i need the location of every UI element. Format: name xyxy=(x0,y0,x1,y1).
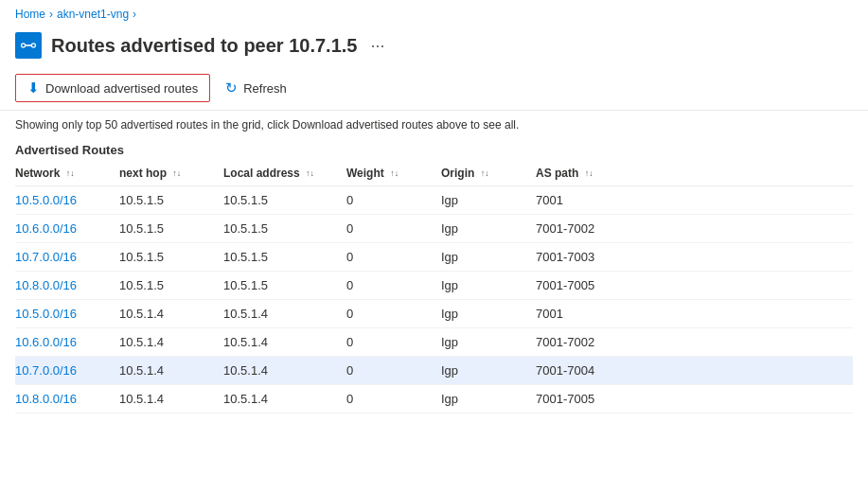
routes-table-container: Network ↑↓ next hop ↑↓ Local address ↑↓ … xyxy=(0,161,868,414)
breadcrumb-sep2: › xyxy=(133,8,136,21)
cell-weight: 0 xyxy=(346,272,441,300)
table-row[interactable]: 10.8.0.0/16 10.5.1.5 10.5.1.5 0 Igp 7001… xyxy=(15,272,853,300)
cell-aspath: 7001-7003 xyxy=(536,243,853,272)
table-header: Network ↑↓ next hop ↑↓ Local address ↑↓ … xyxy=(15,161,853,186)
svg-point-3 xyxy=(22,44,25,47)
cell-nexthop: 10.5.1.4 xyxy=(119,328,223,357)
col-header-network[interactable]: Network ↑↓ xyxy=(15,161,119,186)
sort-network-icon: ↑↓ xyxy=(66,169,75,178)
cell-network: 10.5.0.0/16 xyxy=(15,186,119,215)
cell-network: 10.7.0.0/16 xyxy=(15,357,119,385)
cell-weight: 0 xyxy=(346,328,441,357)
cell-nexthop: 10.5.1.5 xyxy=(119,243,223,272)
cell-nexthop: 10.5.1.5 xyxy=(119,186,223,215)
cell-localaddr: 10.5.1.5 xyxy=(223,272,346,300)
cell-origin: Igp xyxy=(441,385,536,414)
breadcrumb-home[interactable]: Home xyxy=(15,8,45,21)
cell-weight: 0 xyxy=(346,215,441,243)
cell-aspath: 7001-7002 xyxy=(536,328,853,357)
cell-nexthop: 10.5.1.4 xyxy=(119,300,223,328)
table-body: 10.5.0.0/16 10.5.1.5 10.5.1.5 0 Igp 7001… xyxy=(15,186,853,414)
cell-localaddr: 10.5.1.4 xyxy=(223,328,346,357)
page-header: Routes advertised to peer 10.7.1.5 ··· xyxy=(0,28,868,70)
table-row[interactable]: 10.7.0.0/16 10.5.1.5 10.5.1.5 0 Igp 7001… xyxy=(15,243,853,272)
table-row[interactable]: 10.5.0.0/16 10.5.1.4 10.5.1.4 0 Igp 7001 xyxy=(15,300,853,328)
download-icon: ⬇ xyxy=(27,79,40,97)
cell-aspath: 7001-7005 xyxy=(536,385,853,414)
col-header-nexthop[interactable]: next hop ↑↓ xyxy=(119,161,223,186)
cell-origin: Igp xyxy=(441,243,536,272)
download-button-label: Download advertised routes xyxy=(45,81,198,96)
col-header-localaddr[interactable]: Local address ↑↓ xyxy=(223,161,346,186)
cell-localaddr: 10.5.1.5 xyxy=(223,215,346,243)
cell-localaddr: 10.5.1.4 xyxy=(223,357,346,385)
table-row[interactable]: 10.8.0.0/16 10.5.1.4 10.5.1.4 0 Igp 7001… xyxy=(15,385,853,414)
col-header-weight[interactable]: Weight ↑↓ xyxy=(346,161,441,186)
cell-aspath: 7001-7002 xyxy=(536,215,853,243)
cell-origin: Igp xyxy=(441,215,536,243)
cell-weight: 0 xyxy=(346,385,441,414)
section-title: Advertised Routes xyxy=(0,137,868,161)
cell-weight: 0 xyxy=(346,243,441,272)
table-row[interactable]: 10.5.0.0/16 10.5.1.5 10.5.1.5 0 Igp 7001 xyxy=(15,186,853,215)
sort-localaddr-icon: ↑↓ xyxy=(306,169,314,178)
page-icon xyxy=(15,32,42,59)
cell-localaddr: 10.5.1.5 xyxy=(223,243,346,272)
breadcrumb-sep1: › xyxy=(49,8,53,21)
info-text: Showing only top 50 advertised routes in… xyxy=(0,111,868,137)
cell-nexthop: 10.5.1.4 xyxy=(119,357,223,385)
table-row[interactable]: 10.6.0.0/16 10.5.1.5 10.5.1.5 0 Igp 7001… xyxy=(15,215,853,243)
cell-aspath: 7001-7005 xyxy=(536,272,853,300)
cell-localaddr: 10.5.1.4 xyxy=(223,300,346,328)
cell-network: 10.8.0.0/16 xyxy=(15,385,119,414)
cell-origin: Igp xyxy=(441,357,536,385)
cell-origin: Igp xyxy=(441,272,536,300)
svg-rect-2 xyxy=(25,44,31,46)
cell-weight: 0 xyxy=(346,186,441,215)
breadcrumb: Home › akn-vnet1-vng › xyxy=(0,0,868,28)
toolbar: ⬇ Download advertised routes ↻ Refresh xyxy=(0,70,868,111)
cell-aspath: 7001 xyxy=(536,300,853,328)
download-advertised-routes-button[interactable]: ⬇ Download advertised routes xyxy=(15,74,210,102)
cell-localaddr: 10.5.1.4 xyxy=(223,385,346,414)
col-header-origin[interactable]: Origin ↑↓ xyxy=(441,161,536,186)
cell-nexthop: 10.5.1.5 xyxy=(119,272,223,300)
sort-origin-icon: ↑↓ xyxy=(481,169,489,178)
refresh-button-label: Refresh xyxy=(243,81,287,96)
svg-point-4 xyxy=(32,44,35,47)
cell-weight: 0 xyxy=(346,300,441,328)
table-row[interactable]: 10.6.0.0/16 10.5.1.4 10.5.1.4 0 Igp 7001… xyxy=(15,328,853,357)
routes-table: Network ↑↓ next hop ↑↓ Local address ↑↓ … xyxy=(15,161,853,414)
cell-origin: Igp xyxy=(441,328,536,357)
more-options-icon[interactable]: ··· xyxy=(370,36,384,56)
page-title: Routes advertised to peer 10.7.1.5 xyxy=(51,35,357,57)
sort-weight-icon: ↑↓ xyxy=(390,169,399,178)
route-icon xyxy=(20,37,37,54)
sort-nexthop-icon: ↑↓ xyxy=(172,169,181,178)
cell-origin: Igp xyxy=(441,186,536,215)
refresh-icon: ↻ xyxy=(225,79,238,97)
cell-network: 10.6.0.0/16 xyxy=(15,215,119,243)
cell-nexthop: 10.5.1.5 xyxy=(119,215,223,243)
refresh-button[interactable]: ↻ Refresh xyxy=(218,75,294,101)
cell-network: 10.8.0.0/16 xyxy=(15,272,119,300)
cell-origin: Igp xyxy=(441,300,536,328)
cell-weight: 0 xyxy=(346,357,441,385)
cell-nexthop: 10.5.1.4 xyxy=(119,385,223,414)
col-header-aspath[interactable]: AS path ↑↓ xyxy=(536,161,853,186)
cell-network: 10.5.0.0/16 xyxy=(15,300,119,328)
table-row[interactable]: 10.7.0.0/16 10.5.1.4 10.5.1.4 0 Igp 7001… xyxy=(15,357,853,385)
cell-aspath: 7001 xyxy=(536,186,853,215)
breadcrumb-parent[interactable]: akn-vnet1-vng xyxy=(57,8,129,21)
cell-network: 10.6.0.0/16 xyxy=(15,328,119,357)
cell-network: 10.7.0.0/16 xyxy=(15,243,119,272)
cell-aspath: 7001-7004 xyxy=(536,357,853,385)
cell-localaddr: 10.5.1.5 xyxy=(223,186,346,215)
sort-aspath-icon: ↑↓ xyxy=(585,169,593,178)
